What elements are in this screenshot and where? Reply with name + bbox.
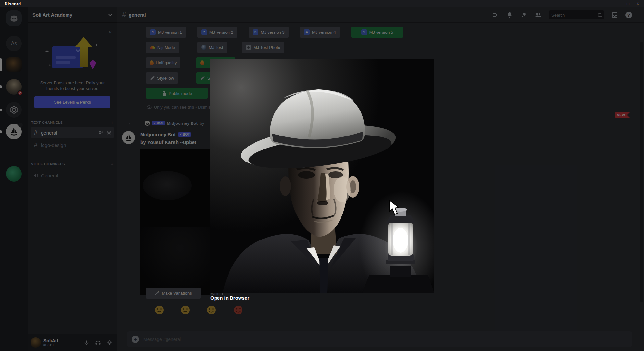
window-controls: — □ × <box>613 0 643 7</box>
close-button[interactable]: × <box>633 0 643 7</box>
titlebar: Discord — □ × <box>0 0 644 7</box>
app-title: Discord <box>5 1 21 6</box>
lightbox-image-portrait[interactable] <box>210 59 434 293</box>
maximize-button[interactable]: □ <box>623 0 633 7</box>
mouse-cursor <box>388 200 400 215</box>
discord-window: Discord — □ × As <box>0 0 644 351</box>
open-in-browser-link[interactable]: Open in Browser <box>210 295 249 301</box>
minimize-button[interactable]: — <box>613 0 623 7</box>
